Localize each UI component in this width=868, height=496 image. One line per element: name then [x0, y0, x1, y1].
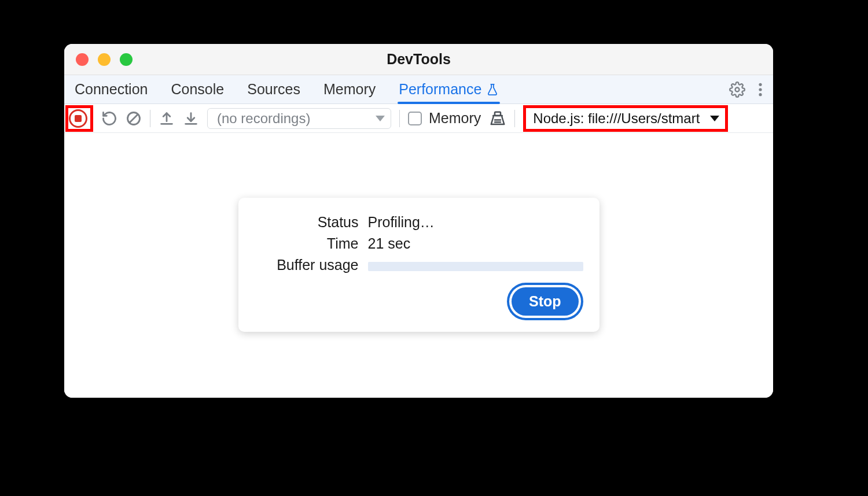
tabbar-right: [729, 75, 763, 103]
flask-icon: [486, 83, 499, 97]
svg-marker-6: [376, 116, 385, 121]
tab-connection[interactable]: Connection: [75, 75, 148, 103]
content-area: Status Profiling… Time 21 sec Buffer usa…: [64, 133, 773, 398]
performance-toolbar: (no recordings) Memory Node.js: file:///…: [64, 104, 773, 133]
time-row: Time 21 sec: [255, 235, 583, 252]
record-button-highlight: [65, 105, 93, 132]
svg-point-3: [759, 93, 762, 96]
status-row: Status Profiling…: [255, 214, 583, 231]
tab-memory[interactable]: Memory: [323, 75, 376, 103]
svg-point-1: [759, 83, 762, 86]
upload-profile-button[interactable]: [159, 110, 175, 127]
profiling-status-panel: Status Profiling… Time 21 sec Buffer usa…: [238, 198, 599, 332]
settings-button[interactable]: [729, 82, 745, 98]
tabbar: Connection Console Sources Memory Perfor…: [64, 75, 773, 104]
svg-line-5: [130, 114, 138, 123]
clear-button[interactable]: [126, 110, 142, 127]
reload-button[interactable]: [101, 110, 117, 127]
memory-checkbox-wrap[interactable]: Memory: [408, 110, 481, 127]
stop-button[interactable]: Stop: [512, 287, 579, 316]
buffer-usage-bar: [368, 262, 583, 271]
tab-label: Performance: [399, 81, 481, 98]
chevron-down-icon: [376, 115, 385, 122]
status-value: Profiling…: [368, 214, 583, 231]
window-title: DevTools: [64, 51, 773, 68]
time-value: 21 sec: [368, 235, 583, 252]
target-dropdown[interactable]: Node.js: file:///Users/stmart: [523, 105, 728, 132]
tab-performance[interactable]: Performance: [399, 75, 499, 103]
panel-actions: Stop: [255, 287, 583, 319]
toolbar-divider: [399, 110, 400, 127]
toolbar-divider: [514, 110, 515, 127]
tab-console[interactable]: Console: [171, 75, 224, 103]
devtools-window: DevTools Connection Console Sources Memo…: [64, 44, 773, 398]
collect-garbage-button[interactable]: [489, 110, 506, 127]
status-label: Status: [255, 214, 359, 231]
traffic-lights: [76, 53, 133, 66]
memory-checkbox-label: Memory: [429, 110, 481, 127]
download-profile-button[interactable]: [183, 110, 199, 127]
more-menu-button[interactable]: [758, 82, 763, 97]
record-stop-icon: [69, 109, 87, 128]
toolbar-divider: [150, 110, 150, 127]
svg-marker-8: [710, 116, 719, 121]
target-dropdown-label: Node.js: file:///Users/stmart: [533, 110, 700, 127]
stop-recording-button[interactable]: [69, 109, 87, 128]
recordings-dropdown-label: (no recordings): [217, 110, 310, 127]
buffer-row: Buffer usage: [255, 257, 583, 273]
buffer-label: Buffer usage: [255, 257, 359, 273]
close-window-button[interactable]: [76, 53, 89, 66]
time-label: Time: [255, 235, 359, 252]
memory-checkbox[interactable]: [408, 112, 422, 125]
svg-point-2: [759, 88, 762, 91]
svg-point-0: [735, 87, 740, 91]
maximize-window-button[interactable]: [120, 53, 133, 66]
chevron-down-icon: [710, 115, 719, 122]
minimize-window-button[interactable]: [98, 53, 111, 66]
recordings-dropdown[interactable]: (no recordings): [207, 108, 391, 129]
tab-sources[interactable]: Sources: [247, 75, 300, 103]
titlebar: DevTools: [64, 44, 773, 75]
